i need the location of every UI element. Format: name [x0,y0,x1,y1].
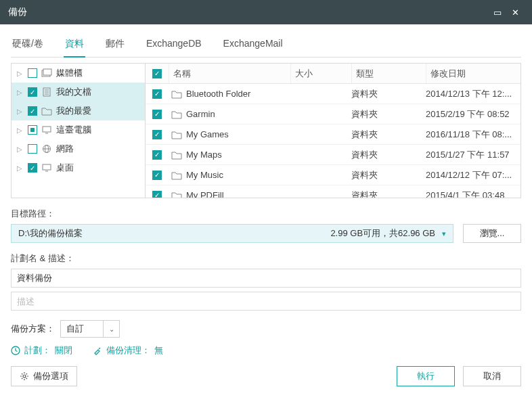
backup-options-button[interactable]: 備份選項 [11,366,77,386]
folder-icon [171,110,182,119]
document-icon [41,87,52,97]
file-name: My Music [186,170,223,180]
folder-icon [171,150,182,160]
column-header-type[interactable]: 類型 [351,64,426,83]
expander-icon[interactable]: ▷ [17,164,24,172]
scheme-value: 自訂 [60,320,104,338]
tab-data[interactable]: 資料 [64,32,85,57]
checkbox[interactable] [28,125,37,135]
checkbox[interactable]: ✓ [152,150,162,160]
expander-icon[interactable]: ▷ [17,70,24,77]
checkbox[interactable] [28,68,37,78]
maximize-icon[interactable]: ▭ [489,7,506,18]
file-date: 2014/12/12 下午 07:... [426,169,520,181]
expander-icon[interactable]: ▷ [17,145,24,153]
tab-mail[interactable]: 郵件 [104,32,126,57]
folder-icon [41,106,52,116]
checkbox[interactable] [28,144,37,154]
tab-exchangedb[interactable]: ExchangeDB [145,32,203,57]
expander-icon[interactable]: ▷ [17,108,24,115]
table-row[interactable]: ✓My PDFill資料夾2015/4/1 下午 03:48 [146,185,520,198]
tree-label: 網路 [56,143,74,155]
target-path-value: D:\我的備份檔案 [18,227,83,240]
file-name: Garmin [186,109,215,119]
file-date: 2015/2/19 下午 08:52 [426,108,520,120]
folder-icon [171,130,182,139]
cleanup-label: 備份清理： [106,344,150,357]
tree-label: 媒體櫃 [56,67,83,79]
table-row[interactable]: ✓Bluetooth Folder資料夾2014/12/13 下午 12:... [146,84,520,104]
checkbox[interactable]: ✓ [28,87,37,97]
plan-name-input[interactable] [11,269,521,288]
file-date: 2016/11/18 下午 08:... [426,129,520,141]
svg-rect-11 [43,164,51,170]
checkbox[interactable]: ✓ [152,89,162,99]
tree-item[interactable]: ▷ ✓ 我的最愛 [12,102,145,120]
file-date: 2015/4/1 下午 03:48 [426,189,520,198]
svg-point-14 [23,375,26,378]
table-row[interactable]: ✓Garmin資料夾2015/2/19 下午 08:52 [146,104,520,125]
tree-label: 我的最愛 [56,105,91,117]
table-row[interactable]: ✓My Music資料夾2014/12/12 下午 07:... [146,165,520,185]
file-name: My Maps [186,150,222,160]
plan-desc-input[interactable] [11,292,521,311]
chevron-down-icon[interactable]: ⌄ [104,320,120,338]
file-name: Bluetooth Folder [186,89,250,99]
tab-disk[interactable]: 硬碟/卷 [11,32,45,57]
browse-button[interactable]: 瀏覽... [463,224,521,243]
file-type: 資料夾 [351,88,426,100]
checkbox[interactable]: ✓ [28,106,37,116]
scheme-select[interactable]: 自訂 ⌄ [60,320,120,338]
close-icon[interactable]: ✕ [506,7,524,18]
file-list-header: ✓ 名稱 大小 類型 修改日期 [146,64,520,84]
cleanup-value: 無 [154,344,163,357]
file-type: 資料夾 [351,108,426,120]
clock-icon [11,346,20,355]
tree-label: 我的文檔 [56,86,91,98]
tree-item[interactable]: ▷ 網路 [12,139,145,158]
schedule-link[interactable]: 計劃： 關閉 [11,344,72,357]
checkbox[interactable]: ✓ [152,171,162,180]
checkbox[interactable]: ✓ [152,130,162,139]
checkbox[interactable]: ✓ [152,191,162,198]
globe-icon [41,144,52,154]
file-type: 資料夾 [351,189,426,198]
schedule-label: 計劃： [24,344,51,357]
cleanup-link[interactable]: 備份清理： 無 [93,344,163,357]
svg-rect-1 [43,69,51,75]
expander-icon[interactable]: ▷ [17,127,24,134]
gear-icon [20,371,29,381]
tree-item[interactable]: ▷ 媒體櫃 [12,64,145,83]
file-type: 資料夾 [351,149,426,161]
plan-label: 計劃名 & 描述： [11,252,521,265]
chevron-down-icon[interactable]: ▾ [442,229,446,238]
target-path-field[interactable]: D:\我的備份檔案 2.99 GB可用，共62.96 GB ▾ [11,224,453,243]
monitor-icon [41,125,52,135]
file-type: 資料夾 [351,169,426,181]
tree-label: 桌面 [56,162,74,174]
column-header-name[interactable]: 名稱 [169,64,290,83]
checkbox[interactable]: ✓ [28,163,37,173]
tree-item[interactable]: ▷ ✓ 我的文檔 [12,83,145,102]
checkbox[interactable]: ✓ [152,110,162,119]
folder-icon [171,191,182,198]
tree-item[interactable]: ▷ ✓ 桌面 [12,158,145,177]
column-header-size[interactable]: 大小 [290,64,351,83]
table-row[interactable]: ✓My Games資料夾2016/11/18 下午 08:... [146,125,520,145]
expander-icon[interactable]: ▷ [17,89,24,96]
checkbox-header[interactable]: ✓ [152,69,162,78]
file-type: 資料夾 [351,129,426,141]
source-tabs: 硬碟/卷 資料 郵件 ExchangeDB ExchangeMail [11,32,521,58]
file-list[interactable]: ✓ 名稱 大小 類型 修改日期 ✓Bluetooth Folder資料夾2014… [146,64,520,198]
execute-button[interactable]: 執行 [397,366,455,386]
titlebar: 備份 ▭ ✕ [0,0,532,24]
tree-label: 這臺電腦 [56,124,91,136]
tab-exchangemail[interactable]: ExchangeMail [222,32,284,57]
scheme-label: 備份方案： [11,323,55,335]
column-header-date[interactable]: 修改日期 [426,64,520,83]
schedule-value: 關閉 [55,344,72,357]
tree-item[interactable]: ▷ 這臺電腦 [12,120,145,139]
cancel-button[interactable]: 取消 [463,366,521,386]
source-tree[interactable]: ▷ 媒體櫃 ▷ ✓ 我的文檔 ▷ ✓ 我的最愛 ▷ 這臺電腦 [12,64,146,198]
table-row[interactable]: ✓My Maps資料夾2015/1/27 下午 11:57 [146,145,520,165]
